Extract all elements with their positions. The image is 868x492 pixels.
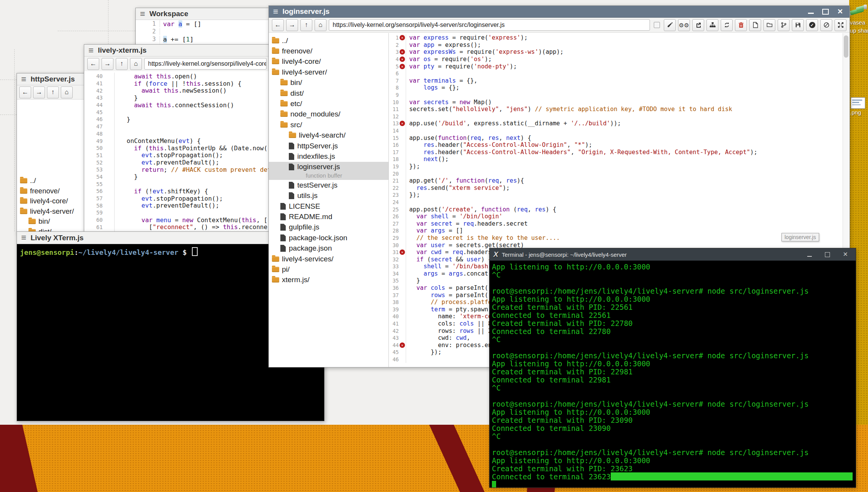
up-button[interactable]: ↑ [47, 86, 59, 98]
git-branch-icon[interactable] [778, 19, 790, 31]
forward-button[interactable]: → [102, 58, 113, 70]
url-input[interactable]: https://lively-kernel.org/sensorpi/livel… [144, 58, 267, 70]
up-button[interactable]: ↑ [300, 19, 312, 31]
open-external-icon[interactable] [692, 19, 704, 31]
tree-item[interactable]: dist/ [269, 88, 388, 98]
terminal-line: ^C [492, 432, 856, 440]
maximize-icon[interactable] [822, 9, 829, 15]
tree-item[interactable]: lively4-search/ [269, 130, 388, 141]
refresh-icon[interactable] [721, 19, 733, 31]
tree-item[interactable]: lively4-core/ [17, 196, 87, 206]
gears-icon[interactable]: ⚙⚙ [678, 19, 690, 31]
error-marker[interactable]: ✕ [400, 57, 405, 62]
tree-item[interactable]: loginserver.js [269, 162, 388, 172]
tree-item-sublabel: function buffer [269, 172, 388, 180]
image-thumbnail-icon[interactable] [851, 97, 865, 109]
terminal-titlebar[interactable]: X Terminal - jens@sensorpi: ~/lively4/li… [490, 248, 856, 261]
workspace-titlebar[interactable]: ≡ Workspace [136, 8, 270, 20]
forward-button[interactable]: → [286, 19, 298, 31]
hamburger-menu-icon[interactable]: ≡ [21, 75, 26, 84]
tree-item[interactable]: etc/ [269, 98, 388, 109]
httpserver-titlebar[interactable]: ≡ httpServer.js [17, 73, 87, 85]
tree-item[interactable]: LICENSE [269, 201, 388, 211]
cancel-icon[interactable] [820, 19, 832, 31]
new-file-icon[interactable] [749, 19, 761, 31]
tree-item[interactable]: lively4-server/ [17, 206, 87, 217]
error-marker[interactable]: ✕ [400, 64, 405, 69]
save-icon[interactable] [792, 19, 804, 31]
close-icon[interactable]: ✕ [843, 251, 848, 258]
minimize-icon[interactable] [807, 256, 812, 257]
trash-icon[interactable] [735, 19, 747, 31]
folder-icon [272, 48, 279, 54]
hamburger-menu-icon[interactable]: ≡ [21, 233, 26, 242]
back-button[interactable]: ← [19, 86, 31, 98]
tree-item[interactable]: node_modules/ [269, 109, 388, 120]
hamburger-menu-icon[interactable]: ≡ [88, 46, 93, 55]
back-button[interactable]: ← [272, 19, 284, 31]
xterm-editor-title: lively-xterm.js [98, 46, 147, 55]
pipe-icon[interactable] [850, 5, 867, 17]
brush-icon[interactable] [664, 19, 676, 31]
tree-item[interactable]: lively4-services/ [269, 254, 388, 264]
checkbox[interactable] [654, 22, 660, 28]
minimize-icon[interactable] [808, 13, 814, 14]
loginserver-titlebar[interactable]: ≡ loginserver.js ✕ [269, 6, 850, 18]
hamburger-menu-icon[interactable]: ≡ [140, 10, 145, 18]
sitemap-icon[interactable] [706, 19, 718, 31]
tree-item[interactable]: ../ [269, 35, 388, 46]
folder-icon [20, 198, 27, 204]
desktop-icon-label[interactable]: up shar [850, 27, 868, 34]
home-button[interactable]: ⌂ [61, 86, 73, 98]
tree-item[interactable]: xterm.js/ [269, 275, 388, 285]
url-input[interactable]: https://lively-kernel.org/sensorpi/livel… [329, 19, 650, 31]
desktop-icon-label[interactable]: .png [850, 109, 861, 116]
tree-item[interactable]: testServer.js [269, 180, 388, 190]
home-button[interactable]: ⌂ [315, 19, 327, 31]
folder-icon [272, 38, 279, 43]
error-marker[interactable]: ✕ [400, 49, 405, 55]
error-marker[interactable]: ✕ [400, 121, 405, 126]
code-line: 45 [84, 108, 270, 116]
scrollbar-thumb[interactable] [844, 35, 848, 58]
tree-item[interactable]: package.json [269, 243, 388, 253]
httpserver-file-tree[interactable]: ../freenove/lively4-core/lively4-server/… [17, 172, 87, 233]
hamburger-menu-icon[interactable]: ≡ [273, 7, 278, 16]
accept-icon[interactable]: ✓ [806, 19, 818, 31]
tree-item[interactable]: lively4-server/ [269, 67, 388, 77]
loginserver-file-tree[interactable]: ../freenove/lively4-core/lively4-server/… [269, 33, 389, 367]
tree-item[interactable]: freenove/ [269, 46, 388, 56]
terminal-line: App listening to http://0.0.0.0:3000 [492, 295, 856, 303]
tree-item-label: package.json [289, 244, 332, 253]
error-marker[interactable]: ✕ [400, 35, 405, 40]
tree-item[interactable]: src/ [269, 120, 388, 130]
home-button[interactable]: ⌂ [130, 58, 142, 70]
tree-item[interactable]: lively4-core/ [269, 57, 388, 67]
tree-item[interactable]: gulpfile.js [269, 222, 388, 233]
tree-item-label: lively4-core/ [282, 57, 321, 66]
tree-item[interactable]: README.md [269, 211, 388, 222]
tree-item[interactable]: utils.js [269, 190, 388, 201]
xterm-editor-titlebar[interactable]: ≡ lively-xterm.js [84, 45, 270, 57]
error-marker[interactable]: ✕ [400, 342, 405, 348]
tree-item[interactable]: bin/ [17, 216, 87, 227]
forward-button[interactable]: → [33, 86, 45, 98]
up-button[interactable]: ↑ [116, 58, 128, 70]
xterm-editor-code[interactable]: 40 await this.open()41 if (force || !thi… [84, 71, 270, 233]
folder-icon[interactable] [763, 19, 775, 31]
expand-icon[interactable] [835, 19, 846, 31]
tree-item[interactable]: indexfiles.js [269, 151, 388, 161]
tree-item[interactable]: freenove/ [17, 186, 87, 196]
tree-item[interactable]: ../ [17, 176, 87, 186]
tree-item-label: package-lock.json [289, 234, 347, 242]
back-button[interactable]: ← [87, 58, 99, 70]
error-marker[interactable]: ✕ [400, 249, 405, 255]
tree-item[interactable]: httpServer.js [269, 141, 388, 151]
maximize-icon[interactable] [825, 252, 830, 257]
tree-item[interactable]: package-lock.json [269, 233, 388, 243]
tree-item[interactable]: pi/ [269, 264, 388, 274]
close-icon[interactable]: ✕ [837, 8, 843, 15]
tree-item[interactable]: bin/ [269, 78, 388, 88]
desktop-icon-label[interactable]: vasea [850, 19, 865, 26]
terminal-output[interactable]: App listening to http://0.0.0.0:3000^Cro… [490, 261, 856, 487]
